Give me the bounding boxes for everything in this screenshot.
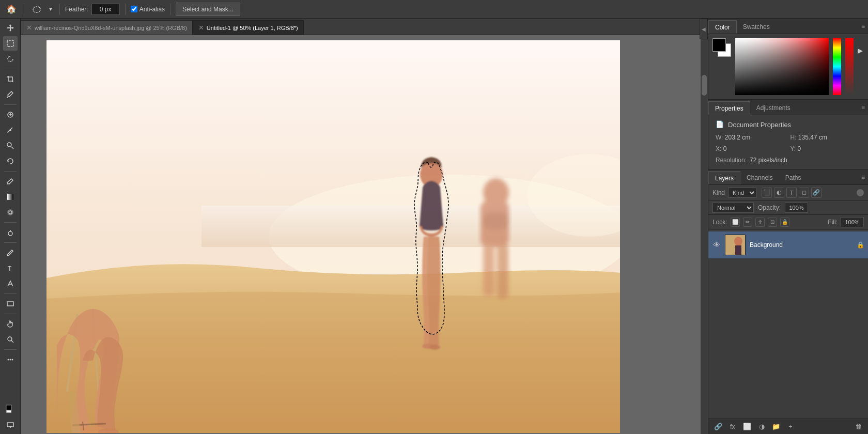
color-picker-area [708, 34, 868, 99]
tab-2[interactable]: ✕ Untitled-1 @ 50% (Layer 1, RGB/8*) [193, 20, 304, 35]
filter-type-btn[interactable]: T [786, 188, 797, 198]
layer-fx-btn[interactable]: fx [727, 421, 738, 432]
eyedropper-tool[interactable] [3, 87, 18, 102]
layer-delete-btn[interactable]: 🗑 [853, 421, 864, 432]
filter-adjust-btn[interactable]: ◐ [774, 188, 784, 198]
dodge-tool[interactable] [3, 225, 18, 240]
svg-point-4 [10, 130, 11, 131]
filter-toggle[interactable] [857, 189, 864, 196]
rectangle-shape-tool[interactable] [3, 297, 18, 311]
hand-tool[interactable] [3, 317, 18, 331]
svg-rect-32 [483, 244, 494, 296]
color-gradient-picker[interactable] [735, 38, 829, 95]
properties-tab[interactable]: Properties [708, 101, 750, 115]
layers-panel-collapse[interactable]: ≡ [861, 174, 865, 181]
layer-item-background[interactable]: 👁 Background 🔒 [708, 231, 868, 258]
doc-props-row: 📄 Document Properties [716, 120, 861, 129]
tab-2-close[interactable]: ✕ [198, 24, 204, 32]
filter-kind-select[interactable]: Kind [728, 188, 756, 198]
lasso-tool-button[interactable] [29, 2, 44, 17]
hue-strip[interactable] [833, 38, 841, 95]
select-mask-button[interactable]: Select and Mask... [176, 3, 240, 16]
history-brush-tool[interactable] [3, 154, 18, 168]
home-button[interactable]: 🏠 [4, 2, 19, 17]
canvas-area: ✕ william-recinos-Qnd9uX6d-sM-unsplash.j… [21, 19, 708, 434]
tool-sep-4 [4, 222, 17, 223]
channels-tab[interactable]: Channels [740, 171, 779, 184]
blur-tool[interactable] [3, 205, 18, 220]
resolution-row: Resolution: 72 pixels/inch [716, 157, 861, 164]
swatches-tab[interactable]: Swatches [737, 20, 776, 34]
opacity-strip[interactable] [845, 38, 854, 95]
layer-adjustment-btn[interactable]: ◑ [756, 421, 767, 432]
healing-brush-tool[interactable] [3, 107, 18, 122]
tool-sep-6 [4, 293, 17, 294]
tab-1[interactable]: ✕ william-recinos-Qnd9uX6d-sM-unsplash.j… [21, 20, 193, 35]
lock-transparent-btn[interactable]: ⬜ [731, 218, 740, 227]
layers-panel-tabs: Layers Channels Paths ≡ [708, 169, 868, 185]
lasso-dropdown[interactable]: ▼ [47, 2, 54, 17]
extra-tools-button[interactable] [3, 352, 18, 367]
color-panel-collapse[interactable]: ≡ [861, 23, 865, 30]
props-content: 📄 Document Properties W: 203.2 cm H: 135… [708, 115, 868, 169]
layer-visibility-toggle[interactable]: 👁 [712, 241, 721, 249]
lasso-tool[interactable] [3, 52, 18, 66]
beach-scene-svg [47, 40, 620, 433]
lock-artboard-btn[interactable]: ⊡ [768, 218, 777, 227]
separator-1 [24, 4, 24, 15]
screen-mode-button[interactable] [3, 417, 18, 432]
text-tool[interactable]: T [3, 261, 18, 275]
doc-props-title: Document Properties [728, 121, 791, 129]
width-label: W: [716, 134, 723, 141]
canvas-viewport[interactable] [21, 35, 708, 434]
zoom-tool[interactable] [3, 332, 18, 347]
layer-new-btn[interactable]: + [785, 421, 796, 432]
foreground-color-swatch[interactable] [712, 38, 726, 52]
eraser-tool[interactable] [3, 174, 18, 189]
adjustments-tab[interactable]: Adjustments [750, 101, 797, 115]
tab-2-label: Untitled-1 @ 50% (Layer 1, RGB/8*) [207, 25, 298, 31]
svg-rect-19 [7, 423, 13, 427]
svg-point-8 [9, 211, 12, 214]
paths-tab[interactable]: Paths [779, 171, 808, 184]
crop-tool[interactable] [3, 72, 18, 86]
layer-link-btn[interactable]: 🔗 [712, 421, 724, 432]
filter-shape-btn[interactable]: ◻ [799, 188, 809, 198]
layer-mask-btn[interactable]: ⬜ [741, 421, 753, 432]
layers-tab[interactable]: Layers [708, 171, 740, 184]
tool-sep-5 [4, 242, 17, 243]
layer-group-btn[interactable]: 📁 [770, 421, 782, 432]
filter-smart-btn[interactable]: 🔗 [811, 188, 822, 198]
props-panel-collapse[interactable]: ≡ [861, 104, 865, 111]
svg-point-14 [7, 359, 9, 361]
lock-position-btn[interactable]: ✛ [755, 218, 765, 227]
opacity-input[interactable] [785, 203, 808, 213]
lock-pixels-btn[interactable]: ✏ [743, 218, 752, 227]
strip-arrow [858, 38, 864, 95]
canvas-scrollbar[interactable] [701, 35, 708, 434]
foreground-background-colors[interactable] [3, 402, 18, 416]
move-tool-button[interactable] [3, 21, 18, 35]
blend-mode-select[interactable]: Normal Multiply Screen Overlay [712, 203, 754, 213]
lock-all-btn[interactable]: 🔒 [780, 218, 789, 227]
tab-1-close[interactable]: ✕ [26, 24, 32, 32]
width-value: 203.2 cm [725, 134, 750, 141]
feather-input[interactable] [91, 4, 120, 15]
scrollbar-thumb[interactable] [702, 75, 707, 96]
pen-tool[interactable] [3, 245, 18, 260]
filter-pixel-btn[interactable]: ⬛ [762, 188, 772, 198]
gradient-tool[interactable] [3, 190, 18, 204]
rectangular-marquee-tool[interactable] [3, 36, 18, 51]
path-selection-tool[interactable] [3, 276, 18, 291]
clone-stamp-tool[interactable] [3, 138, 18, 153]
brush-tool[interactable] [3, 123, 18, 137]
separator-2 [59, 4, 60, 15]
x-label: X: [716, 145, 721, 152]
fill-input[interactable] [841, 217, 864, 227]
color-swatch-box [712, 38, 731, 57]
color-tab[interactable]: Color [708, 20, 737, 34]
svg-rect-0 [7, 40, 13, 47]
anti-alias-checkbox[interactable] [131, 6, 137, 12]
resolution-value: 72 pixels/inch [750, 157, 787, 164]
panel-right-collapse[interactable]: ◀ [700, 19, 708, 39]
